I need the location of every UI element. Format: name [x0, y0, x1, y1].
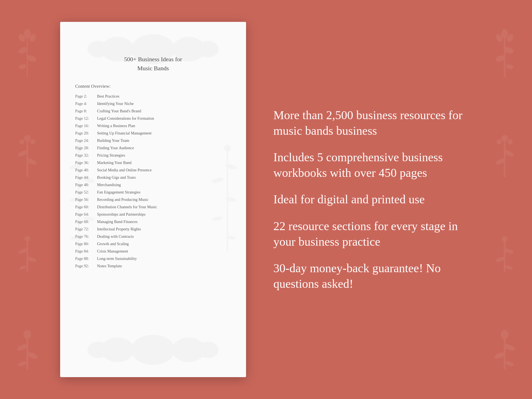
- toc-page-number: Page 84:: [75, 249, 97, 254]
- toc-page-title: Building Your Team: [97, 138, 129, 143]
- toc-page-number: Page 48:: [75, 183, 97, 187]
- toc-item: Page 52: Fan Engagement Strategies: [75, 190, 231, 195]
- svg-point-52: [101, 338, 134, 362]
- promo-item-5: 30-day money-back guarantee! No question…: [273, 260, 472, 292]
- toc-page-number: Page 68:: [75, 219, 97, 224]
- toc-page-number: Page 92:: [75, 264, 97, 268]
- toc-page-number: Page 2:: [75, 94, 97, 99]
- doc-watermark-bottom: [85, 333, 221, 366]
- toc-page-number: Page 32:: [75, 153, 97, 158]
- promo-item-1: More than 2,500 business resources for m…: [273, 107, 472, 139]
- toc-page-title: Crafting Your Band's Brand: [97, 109, 141, 113]
- toc-page-title: Distribution Channels for Your Music: [97, 205, 157, 209]
- svg-point-51: [131, 335, 175, 365]
- toc-item: Page 80: Growth and Scaling: [75, 242, 231, 246]
- toc-page-title: Fan Engagement Strategies: [97, 190, 141, 195]
- toc-item: Page 64: Sponsorships and Partnerships: [75, 212, 231, 217]
- toc-item: Page 76: Dealing with Contracts: [75, 234, 231, 239]
- toc-page-title: Pricing Strategies: [97, 153, 125, 158]
- toc-page-number: Page 16:: [75, 124, 97, 128]
- toc-page-title: Notes Template: [97, 264, 122, 268]
- toc-page-title: Dealing with Contracts: [97, 234, 134, 239]
- toc-page-title: Sponsorships and Partnerships: [97, 212, 145, 217]
- toc-page-title: Merchandising: [97, 183, 121, 187]
- toc-page-number: Page 60:: [75, 205, 97, 209]
- table-of-contents: Page 2: Best Practices Page 4: Identifyi…: [75, 94, 231, 268]
- toc-page-title: Finding Your Audience: [97, 146, 134, 150]
- toc-page-number: Page 52:: [75, 190, 97, 195]
- toc-page-number: Page 24:: [75, 138, 97, 143]
- toc-page-title: Intellectual Property Rights: [97, 227, 141, 231]
- toc-item: Page 36: Marketing Your Band: [75, 160, 231, 165]
- toc-item: Page 8: Crafting Your Band's Brand: [75, 109, 231, 113]
- toc-page-number: Page 28:: [75, 146, 97, 150]
- toc-page-title: Setting Up Financial Management: [97, 131, 151, 136]
- toc-page-number: Page 64:: [75, 212, 97, 217]
- toc-item: Page 72: Intellectual Property Rights: [75, 227, 231, 231]
- section-label: Content Overview:: [75, 84, 231, 89]
- toc-item: Page 32: Pricing Strategies: [75, 153, 231, 158]
- toc-item: Page 84: Crisis Management: [75, 249, 231, 254]
- toc-page-number: Page 44:: [75, 175, 97, 180]
- toc-page-title: Booking Gigs and Tours: [97, 175, 136, 180]
- toc-page-number: Page 4:: [75, 101, 97, 106]
- toc-page-title: Marketing Your Band: [97, 160, 131, 165]
- toc-item: Page 92: Notes Template: [75, 264, 231, 268]
- document: 500+ Business Ideas for Music Bands Cont…: [60, 22, 246, 377]
- svg-point-54: [87, 342, 109, 358]
- toc-item: Page 56: Recording and Producing Music: [75, 197, 231, 202]
- toc-item: Page 28: Finding Your Audience: [75, 146, 231, 150]
- toc-page-number: Page 36:: [75, 160, 97, 165]
- toc-page-number: Page 56:: [75, 197, 97, 202]
- content-wrapper: 500+ Business Ideas for Music Bands Cont…: [0, 5, 532, 394]
- toc-page-title: Growth and Scaling: [97, 242, 129, 246]
- toc-item: Page 24: Building Your Team: [75, 138, 231, 143]
- toc-item: Page 44: Booking Gigs and Tours: [75, 175, 231, 180]
- promo-item-3: Ideal for digital and printed use: [273, 192, 472, 207]
- svg-point-55: [197, 342, 219, 358]
- toc-page-number: Page 20:: [75, 131, 97, 136]
- toc-item: Page 4: Identifying Your Niche: [75, 101, 231, 106]
- toc-item: Page 48: Merchandising: [75, 183, 231, 187]
- toc-page-title: Recording and Producing Music: [97, 197, 148, 202]
- toc-page-number: Page 76:: [75, 234, 97, 239]
- toc-page-number: Page 40:: [75, 168, 97, 172]
- toc-page-title: Best Practices: [97, 94, 119, 99]
- promo-text-section: More than 2,500 business resources for m…: [268, 107, 472, 292]
- toc-item: Page 68: Managing Band Finances: [75, 219, 231, 224]
- toc-page-number: Page 88:: [75, 256, 97, 261]
- toc-page-number: Page 80:: [75, 242, 97, 246]
- toc-page-number: Page 12:: [75, 116, 97, 121]
- document-title: 500+ Business Ideas for Music Bands: [75, 55, 231, 73]
- toc-item: Page 20: Setting Up Financial Management: [75, 131, 231, 136]
- promo-item-2: Includes 5 comprehensive business workbo…: [273, 149, 472, 181]
- toc-page-title: Managing Band Finances: [97, 219, 138, 224]
- toc-page-title: Social Media and Online Presence: [97, 168, 152, 172]
- toc-item: Page 16: Writing a Business Plan: [75, 124, 231, 128]
- toc-item: Page 2: Best Practices: [75, 94, 231, 99]
- toc-item: Page 60: Distribution Channels for Your …: [75, 205, 231, 209]
- svg-point-53: [172, 338, 205, 362]
- toc-item: Page 88: Long-term Sustainability: [75, 256, 231, 261]
- toc-page-number: Page 72:: [75, 227, 97, 231]
- toc-item: Page 40: Social Media and Online Presenc…: [75, 168, 231, 172]
- toc-page-title: Legal Considerations for Formation: [97, 116, 154, 121]
- toc-page-title: Crisis Management: [97, 249, 128, 254]
- toc-page-title: Writing a Business Plan: [97, 124, 135, 128]
- toc-item: Page 12: Legal Considerations for Format…: [75, 116, 231, 121]
- toc-page-number: Page 8:: [75, 109, 97, 113]
- toc-page-title: Identifying Your Niche: [97, 101, 134, 106]
- promo-item-4: 22 resource sections for every stage in …: [273, 218, 472, 250]
- toc-page-title: Long-term Sustainability: [97, 256, 137, 261]
